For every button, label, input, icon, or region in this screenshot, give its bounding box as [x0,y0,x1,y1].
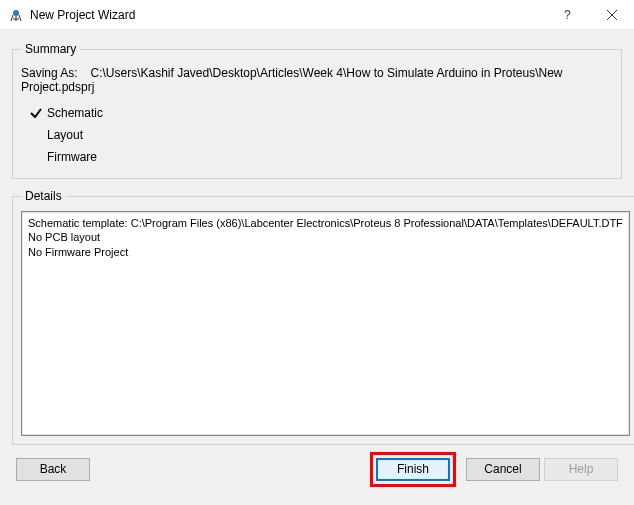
saving-as-label: Saving As: [21,66,78,80]
check-icon [27,106,45,120]
dialog-content: Summary Saving As: C:\Users\Kashif Javed… [0,30,634,505]
summary-item-firmware: Firmware [27,146,613,168]
svg-text:?: ? [564,9,571,21]
close-button[interactable] [589,0,634,30]
summary-item-label: Layout [47,128,83,142]
button-row: Back Finish Cancel Help [12,445,622,493]
svg-point-0 [13,10,19,16]
details-section: Details Schematic template: C:\Program F… [12,189,622,445]
summary-item-label: Firmware [47,150,97,164]
summary-item-layout: Layout [27,124,613,146]
help-button[interactable]: ? [544,0,589,30]
app-icon [8,7,24,23]
summary-item-schematic: Schematic [27,102,613,124]
summary-legend: Summary [21,42,80,56]
cancel-button[interactable]: Cancel [466,458,540,481]
back-button[interactable]: Back [16,458,90,481]
saving-as-line: Saving As: C:\Users\Kashif Javed\Desktop… [21,66,613,94]
saving-as-path: C:\Users\Kashif Javed\Desktop\Articles\W… [21,66,562,94]
titlebar: New Project Wizard ? [0,0,634,30]
details-legend: Details [21,189,66,203]
finish-button[interactable]: Finish [376,458,450,481]
details-textarea[interactable]: Schematic template: C:\Program Files (x8… [21,211,630,436]
summary-section: Summary Saving As: C:\Users\Kashif Javed… [12,42,622,179]
summary-item-label: Schematic [47,106,103,120]
summary-list: Schematic Layout Firmware [21,102,613,168]
help-footer-button[interactable]: Help [544,458,618,481]
window-title: New Project Wizard [30,8,544,22]
finish-highlight: Finish [370,452,456,487]
